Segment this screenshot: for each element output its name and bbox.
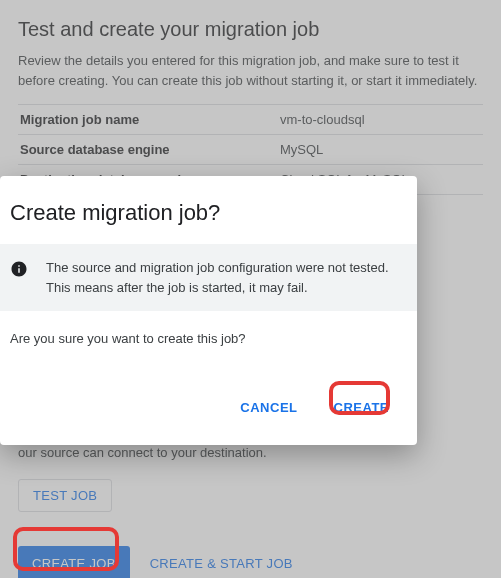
dialog-title: Create migration job?	[0, 176, 417, 244]
info-icon	[10, 260, 28, 278]
dialog-warning: The source and migration job configurati…	[0, 244, 417, 311]
dialog-warning-text: The source and migration job configurati…	[46, 258, 401, 297]
create-migration-dialog: Create migration job? The source and mig…	[0, 176, 417, 445]
dialog-actions: CANCEL CREATE	[0, 386, 417, 429]
create-button[interactable]: CREATE	[330, 394, 393, 421]
dialog-confirm-text: Are you sure you want to create this job…	[0, 311, 417, 386]
cancel-button[interactable]: CANCEL	[236, 394, 301, 421]
